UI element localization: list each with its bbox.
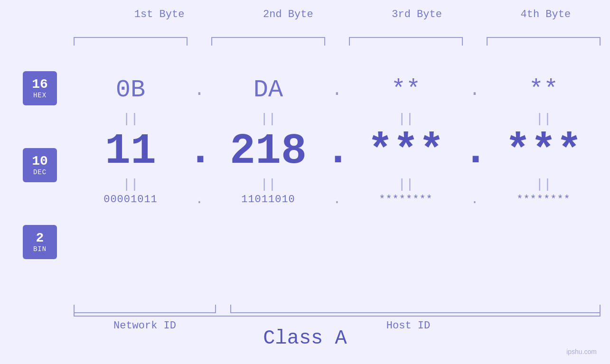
bin-dot-2: . [325,192,349,207]
dec-label: DEC [33,168,47,176]
bin-label: BIN [33,245,47,253]
dec-dot-2: . [325,123,349,179]
hex-b3: ** [349,76,463,104]
hex-dot-2: . [325,80,349,100]
base-boxes: 16 HEX 10 DEC 2 BIN [23,71,57,259]
bin-base-box: 2 BIN [23,225,57,259]
bin-b1: 00001011 [74,194,188,205]
top-bracket-2 [211,37,325,46]
top-bracket-1 [74,37,188,46]
dec-dot-3: . [463,123,487,179]
eq2-b4: || [487,177,601,192]
class-label: Class A [0,327,610,350]
eq2-b3: || [349,177,463,192]
bin-row: 00001011 . 11011010 . ******** . *******… [74,192,601,207]
hex-b4: ** [487,76,601,104]
top-brackets [74,37,601,46]
eq2-b1: || [74,177,188,192]
bin-number: 2 [36,231,44,246]
hex-base-box: 16 HEX [23,71,57,105]
watermark: ipshu.com [566,348,597,355]
top-bracket-4 [487,37,601,46]
hex-number: 16 [32,77,48,92]
dec-b3: *** [349,127,463,176]
byte-header-2: 2nd Byte [224,9,352,20]
dec-b2: 218 [211,127,325,176]
bin-b2: 11011010 [211,194,325,205]
byte-header-3: 3rd Byte [353,9,481,20]
dec-number: 10 [32,154,48,169]
dec-b1: 11 [74,127,188,176]
eq2-b2: || [211,177,325,192]
hex-label: HEX [33,92,47,99]
byte-header-4: 4th Byte [481,9,610,20]
top-bracket-3 [349,37,463,46]
big-bottom-bracket [74,307,601,317]
bin-b4: ******** [487,194,601,205]
hex-b2: DA [211,76,325,104]
hex-b1: 0B [74,76,188,104]
dec-row: 11 . 218 . *** . *** [74,123,601,179]
hex-row: 0B . DA . ** . ** [74,76,601,104]
dec-dot-1: . [188,123,211,179]
byte-headers: 1st Byte 2nd Byte 3rd Byte 4th Byte [0,0,610,20]
byte-header-1: 1st Byte [95,9,224,20]
bin-dot-3: . [463,192,487,207]
equals-row-2: || || || || [74,177,601,192]
content-area: 0B . DA . ** . ** || || || || 11 . 218 .… [74,50,601,317]
main-container: 1st Byte 2nd Byte 3rd Byte 4th Byte 16 H… [0,0,610,364]
bin-b3: ******** [349,194,463,205]
bin-dot-1: . [188,192,211,207]
dec-b4: *** [487,127,601,176]
hex-dot-1: . [188,80,211,100]
hex-dot-3: . [463,80,487,100]
dec-base-box: 10 DEC [23,148,57,182]
